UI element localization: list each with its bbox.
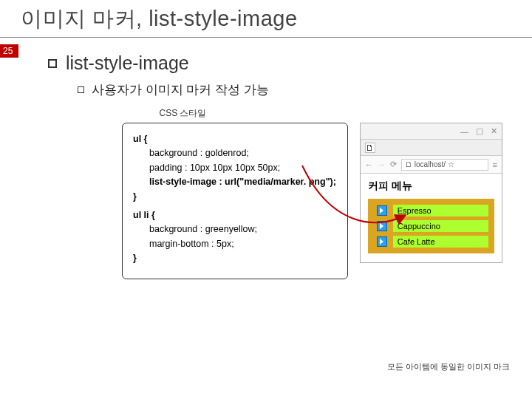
subheading-row: 사용자가 이미지 마커 작성 가능 xyxy=(48,74,502,98)
lower-panel: ul { background : goldenrod; padding : 1… xyxy=(48,123,502,279)
code-decl-2-1: background : greenyellow; xyxy=(133,222,337,236)
code-box: ul { background : goldenrod; padding : 1… xyxy=(122,123,348,279)
address-bar-row: ← → ⟳ 🗋 localhost/ ☆ ≡ xyxy=(361,156,502,174)
list-item: Cafe Latte xyxy=(393,236,488,248)
list-item-label: Espresso xyxy=(398,206,432,215)
nav-fwd-icon[interactable]: → xyxy=(378,160,386,169)
list-item-label: Cappuccino xyxy=(398,222,440,231)
code-decl-1-2: padding : 10px 10px 10px 50px; xyxy=(133,161,337,175)
code-selector-1: ul { xyxy=(133,134,147,144)
tab-page-icon[interactable]: 🗋 xyxy=(365,143,375,153)
marker-icon xyxy=(377,221,387,231)
page-number-badge: 25 xyxy=(0,44,18,58)
footnote: 모든 아이템에 동일한 이미지 마크 xyxy=(387,361,510,372)
window-max-icon[interactable]: ▢ xyxy=(476,126,483,136)
list-item: Espresso xyxy=(393,205,488,216)
window-titlebar: — ▢ ✕ xyxy=(361,123,502,140)
list-item-label: Cafe Latte xyxy=(398,237,435,246)
slide-title: 이미지 마커, list-style-image xyxy=(0,0,532,38)
code-decl-1-3: list-style-image : url("media/marker. pn… xyxy=(133,175,337,189)
browser-preview: — ▢ ✕ 🗋 ← → ⟳ 🗋 localhost/ ☆ ≡ 커피 메뉴 xyxy=(360,123,502,263)
nav-back-icon[interactable]: ← xyxy=(365,160,373,169)
window-min-icon[interactable]: — xyxy=(460,127,468,136)
code-close-2: } xyxy=(133,251,337,265)
heading-row: list-style-image xyxy=(48,52,502,74)
address-bar[interactable]: 🗋 localhost/ ☆ xyxy=(401,159,488,171)
marker-icon xyxy=(377,205,387,216)
css-style-label: CSS 스타일 xyxy=(48,107,502,120)
reload-icon[interactable]: ⟳ xyxy=(390,160,397,169)
page-heading: 커피 메뉴 xyxy=(368,180,494,193)
heading-text: list-style-image xyxy=(66,52,189,74)
url-text: localhost/ ☆ xyxy=(415,160,454,168)
styled-list: Espresso Cappuccino Cafe Latte xyxy=(368,199,494,253)
window-close-icon[interactable]: ✕ xyxy=(491,126,497,136)
sub-bullet-icon xyxy=(78,86,84,93)
code-decl-1-1: background : goldenrod; xyxy=(133,146,337,160)
tab-row: 🗋 xyxy=(361,140,502,156)
subheading-text: 사용자가 이미지 마커 작성 가능 xyxy=(92,81,269,98)
page-body: 커피 메뉴 Espresso Cappuccino Cafe Latte xyxy=(361,174,502,262)
bullet-icon xyxy=(48,59,57,68)
menu-icon[interactable]: ≡ xyxy=(493,160,497,169)
code-close-1: } xyxy=(133,190,337,204)
code-selector-2: ul li { xyxy=(133,210,155,220)
marker-icon xyxy=(377,236,387,247)
code-decl-2-2: margin-bottom : 5px; xyxy=(133,237,337,251)
list-item: Cappuccino xyxy=(393,220,488,232)
content-area: list-style-image 사용자가 이미지 마커 작성 가능 CSS 스… xyxy=(0,38,532,279)
